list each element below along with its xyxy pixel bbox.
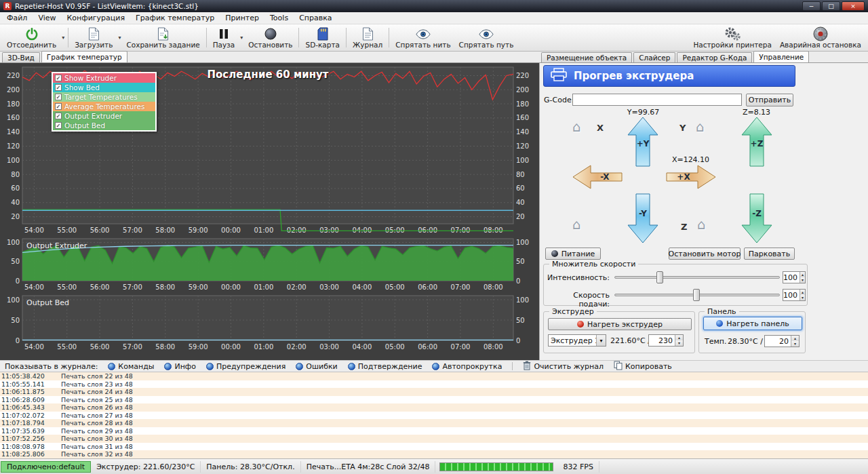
- legend-checkbox[interactable]: ✓: [55, 84, 62, 91]
- filter-ack-toggle[interactable]: Подтверждение: [348, 362, 422, 371]
- save-job-button[interactable]: Сохранить задание: [122, 25, 203, 50]
- clear-log-button[interactable]: Очистить журнал: [523, 361, 604, 372]
- filter-warnings-toggle[interactable]: Предупреждения: [206, 362, 285, 371]
- legend-checkbox[interactable]: ✓: [55, 122, 62, 129]
- legend-item[interactable]: ✓Average Temperatures: [53, 102, 155, 111]
- stop-motor-button[interactable]: Остановить мотор: [669, 248, 741, 260]
- svg-text:04:00: 04:00: [352, 283, 372, 291]
- printer-settings-button[interactable]: Настройки принтера: [689, 25, 776, 50]
- feedrate-slider-thumb[interactable]: [693, 289, 700, 301]
- feedrate-value[interactable]: 100: [783, 290, 800, 300]
- filter-errors-toggle[interactable]: Ошибки: [296, 362, 337, 371]
- chevron-down-icon[interactable]: ▾: [596, 335, 606, 346]
- svg-text:00:00: 00:00: [221, 343, 241, 351]
- menu-item-file[interactable]: Файл: [1, 12, 33, 24]
- svg-text:02:00: 02:00: [287, 283, 307, 291]
- spinner-down-icon[interactable]: ▾: [800, 295, 805, 300]
- menu-item-view[interactable]: View: [33, 12, 61, 24]
- legend-item[interactable]: ✓Output Bed: [53, 121, 155, 130]
- legend-item[interactable]: ✓Target Temperatures: [53, 92, 155, 102]
- jog-minus-y-button[interactable]: -Y: [627, 193, 658, 243]
- menu-item-temp-graph[interactable]: График температур: [130, 12, 220, 24]
- hide-travel-button[interactable]: Спрятать путь: [455, 25, 518, 50]
- load-button[interactable]: Загрузить: [71, 25, 117, 50]
- spinner-up-icon[interactable]: ▴: [800, 290, 805, 295]
- spinner-down-icon[interactable]: ▾: [791, 341, 799, 347]
- emergency-stop-button[interactable]: Аварийная остановка: [776, 25, 865, 50]
- tab-control[interactable]: Управление: [753, 51, 809, 62]
- extruder-select[interactable]: Экструдер 1 ▾: [548, 334, 606, 347]
- filter-commands-toggle[interactable]: Команды: [108, 362, 154, 371]
- chart-legend: ✓Show Extruder✓Show Bed✓Target Temperatu…: [52, 72, 157, 132]
- heat-extruder-button[interactable]: Нагреть экструдер: [548, 318, 692, 330]
- extruder-target-spinner[interactable]: 230 ▴▾: [648, 334, 684, 347]
- park-button[interactable]: Парковать: [744, 248, 795, 260]
- journal-button[interactable]: Журнал: [349, 25, 387, 50]
- tab-3d-view[interactable]: 3D-Вид: [2, 52, 40, 62]
- gcode-input[interactable]: [572, 94, 742, 106]
- svg-text:180: 180: [516, 100, 529, 108]
- tab-object-placement[interactable]: Размещение объекта: [541, 52, 632, 62]
- jog-minus-x-button[interactable]: -X: [572, 165, 623, 189]
- send-button[interactable]: Отправить: [746, 94, 793, 106]
- spinner-up-icon[interactable]: ▴: [675, 335, 683, 340]
- legend-checkbox[interactable]: ✓: [55, 75, 62, 81]
- home-x-icon[interactable]: ⌂: [572, 120, 581, 134]
- filter-info-toggle[interactable]: Инфо: [164, 362, 196, 371]
- legend-item[interactable]: ✓Output Extruder: [53, 111, 155, 121]
- disconnect-button[interactable]: Отсоединить: [3, 25, 60, 50]
- flowrate-slider-thumb[interactable]: [656, 271, 663, 283]
- legend-item[interactable]: ✓Show Bed: [53, 83, 155, 92]
- legend-checkbox[interactable]: ✓: [55, 94, 62, 100]
- power-button[interactable]: Питание: [545, 248, 601, 260]
- copy-log-button[interactable]: Копировать: [614, 361, 672, 372]
- jog-plus-x-button[interactable]: +X: [666, 165, 716, 189]
- home-y-icon[interactable]: ⌂: [696, 120, 705, 134]
- feedrate-spinner[interactable]: 100 ▴▾: [783, 289, 806, 301]
- menu-item-printer[interactable]: Принтер: [220, 12, 264, 24]
- menu-item-help[interactable]: Справка: [294, 12, 337, 24]
- svg-text:57:00: 57:00: [123, 343, 142, 351]
- svg-text:59:00: 59:00: [189, 226, 208, 234]
- disconnect-dropdown-arrow[interactable]: ▾: [60, 35, 66, 41]
- svg-text:57:00: 57:00: [123, 226, 142, 234]
- tab-temp-graph[interactable]: График температур: [41, 51, 127, 62]
- svg-text:0: 0: [16, 277, 20, 285]
- spinner-down-icon[interactable]: ▾: [800, 277, 805, 283]
- extruder-target-value[interactable]: 230: [649, 335, 675, 346]
- spinner-up-icon[interactable]: ▴: [791, 336, 799, 341]
- jog-plus-z-button[interactable]: +Z: [741, 117, 772, 167]
- bed-target-value[interactable]: 20: [765, 336, 791, 347]
- flowrate-label: Интенсивность:: [544, 273, 610, 282]
- jog-minus-z-button[interactable]: -Z: [741, 193, 772, 243]
- jog-plus-y-button[interactable]: +Y: [627, 117, 658, 167]
- legend-item[interactable]: ✓Show Extruder: [53, 73, 155, 83]
- legend-checkbox[interactable]: ✓: [55, 113, 62, 119]
- flowrate-value[interactable]: 100: [783, 272, 800, 283]
- maximize-button[interactable]: □: [822, 1, 840, 11]
- pause-button[interactable]: Пауза: [209, 25, 239, 50]
- home-z-icon[interactable]: ⌂: [697, 218, 706, 231]
- tab-slicer[interactable]: Слайсер: [633, 52, 675, 62]
- pause-dropdown-arrow[interactable]: ▾: [239, 35, 244, 41]
- minimize-button[interactable]: −: [802, 1, 821, 11]
- log-list[interactable]: 11:05:38.420Печать слоя 22 из 4811:05:55…: [0, 372, 868, 458]
- flowrate-spinner[interactable]: 100 ▴▾: [783, 271, 806, 283]
- menu-item-config[interactable]: Конфигурация: [62, 12, 131, 24]
- spinner-down-icon[interactable]: ▾: [675, 340, 683, 346]
- home-all-icon[interactable]: ⌂: [572, 218, 581, 231]
- load-dropdown-arrow[interactable]: ▾: [117, 35, 122, 41]
- hide-filament-button[interactable]: Спрятать нить: [391, 25, 454, 50]
- legend-checkbox[interactable]: ✓: [55, 103, 62, 110]
- menu-item-tools[interactable]: Tools: [264, 12, 294, 24]
- bed-target-spinner[interactable]: 20 ▴▾: [764, 335, 800, 347]
- spinner-up-icon[interactable]: ▴: [800, 272, 805, 277]
- tab-gcode-editor[interactable]: Редактор G-Кода: [677, 52, 752, 62]
- stop-button[interactable]: Остановить: [244, 25, 296, 50]
- sd-card-button[interactable]: SD-карта: [301, 25, 344, 50]
- close-button[interactable]: ×: [842, 1, 865, 11]
- flowrate-slider[interactable]: [614, 271, 780, 283]
- heat-bed-button[interactable]: Нагреть панель: [703, 317, 802, 330]
- filter-autoscroll-toggle[interactable]: Автопрокрутка: [432, 362, 502, 371]
- feedrate-slider[interactable]: [614, 289, 780, 301]
